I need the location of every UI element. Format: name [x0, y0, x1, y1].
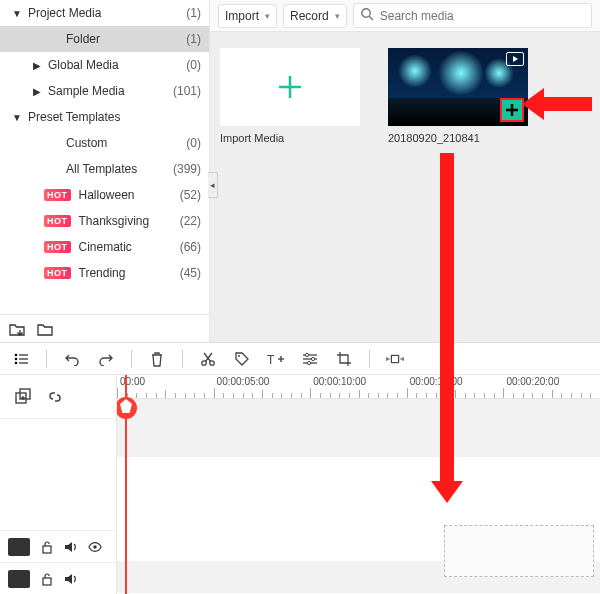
ruler-minor-tick: [262, 390, 263, 398]
chevron-down-icon[interactable]: ▼: [10, 112, 24, 123]
lock-icon[interactable]: [40, 540, 54, 554]
tree-item[interactable]: ▼Project Media(1): [0, 0, 209, 26]
link-icon[interactable]: [46, 388, 64, 406]
duplicate-icon[interactable]: [14, 388, 32, 406]
search-input[interactable]: [380, 9, 585, 23]
mute-icon[interactable]: [64, 540, 78, 554]
track-headers: ▶1 ♫1: [0, 375, 117, 594]
tree-item[interactable]: HOTCinematic(66): [0, 234, 209, 260]
tag-icon[interactable]: [233, 350, 251, 368]
ruler-minor-tick: [436, 393, 437, 398]
track-area[interactable]: 00:0000:00:05:0000:00:10:0000:00:15:0000…: [117, 375, 600, 594]
undo-icon[interactable]: [63, 350, 81, 368]
import-dropdown[interactable]: Import ▾: [218, 4, 277, 28]
media-clip-tile[interactable]: 20180920_210841: [388, 48, 528, 144]
split-icon[interactable]: [199, 350, 217, 368]
ruler-major-tick: [310, 388, 311, 398]
tree-item[interactable]: Folder(1): [0, 26, 209, 52]
ruler-minor-tick: [156, 393, 157, 398]
ruler-major-tick: [407, 388, 408, 398]
ruler-minor-tick: [532, 393, 533, 398]
tree-item-label: Trending: [75, 266, 180, 280]
chevron-right-icon[interactable]: ▶: [30, 86, 44, 97]
import-media-caption: Import Media: [220, 132, 360, 144]
tree-item[interactable]: All Templates(399): [0, 156, 209, 182]
ruler-minor-tick: [281, 393, 282, 398]
ruler-minor-tick: [494, 393, 495, 398]
svg-point-22: [311, 357, 314, 360]
adjust-icon[interactable]: [301, 350, 319, 368]
delete-icon[interactable]: [148, 350, 166, 368]
import-media-tile[interactable]: Import Media: [220, 48, 360, 144]
playhead[interactable]: [125, 375, 127, 594]
chevron-right-icon[interactable]: ▶: [30, 60, 44, 71]
timeline-spacer: [117, 399, 600, 457]
ruler-minor-tick: [368, 393, 369, 398]
drop-target-ghost: [444, 525, 594, 577]
ruler-minor-tick: [513, 393, 514, 398]
sidebar-footer: [0, 314, 209, 342]
svg-point-0: [362, 9, 370, 17]
ruler-minor-tick: [272, 393, 273, 398]
tree-item[interactable]: Custom(0): [0, 130, 209, 156]
menu-icon[interactable]: [12, 350, 30, 368]
ruler-minor-tick: [291, 393, 292, 398]
new-folder-icon[interactable]: [36, 320, 54, 338]
scale-icon[interactable]: [386, 350, 404, 368]
audio-track-head[interactable]: ♫1: [0, 562, 116, 594]
ruler-minor-tick: [426, 393, 427, 398]
import-media-box[interactable]: [220, 48, 360, 126]
annotation-arrow-drag: [440, 153, 454, 481]
lock-icon[interactable]: [40, 572, 54, 586]
hot-badge: HOT: [44, 215, 71, 227]
tree-item-count: (1): [186, 32, 201, 46]
ruler-label: 00:00:10:00: [313, 376, 366, 387]
crop-icon[interactable]: [335, 350, 353, 368]
text-icon[interactable]: T: [267, 350, 285, 368]
tree-item[interactable]: ▶Sample Media(101): [0, 78, 209, 104]
visibility-icon[interactable]: [88, 540, 102, 554]
ruler-minor-tick: [204, 393, 205, 398]
media-clip-thumbnail[interactable]: [388, 48, 528, 126]
ruler-minor-tick: [185, 393, 186, 398]
tree-item-label: Folder: [62, 32, 186, 46]
ruler-minor-tick: [320, 393, 321, 398]
chevron-down-icon[interactable]: ▼: [10, 8, 24, 19]
tree-item-count: (0): [186, 58, 201, 72]
svg-text:T: T: [267, 353, 275, 367]
ruler-minor-tick: [571, 393, 572, 398]
tree-item-label: All Templates: [62, 162, 173, 176]
mute-icon[interactable]: [64, 572, 78, 586]
record-label: Record: [290, 9, 329, 23]
ruler-minor-tick: [233, 393, 234, 398]
video-track-head[interactable]: ▶1: [0, 530, 116, 562]
collapse-sidebar-handle[interactable]: ◂: [208, 172, 218, 198]
ruler-label: 00:00:20:00: [506, 376, 559, 387]
import-label: Import: [225, 9, 259, 23]
tree-item[interactable]: HOTTrending(45): [0, 260, 209, 286]
tree-item-count: (399): [173, 162, 201, 176]
svg-point-6: [15, 353, 18, 356]
import-folder-icon[interactable]: [8, 320, 26, 338]
tree-item[interactable]: HOTHalloween(52): [0, 182, 209, 208]
record-dropdown[interactable]: Record ▾: [283, 4, 347, 28]
ruler-minor-tick: [349, 393, 350, 398]
redo-icon[interactable]: [97, 350, 115, 368]
tree-item[interactable]: ▶Global Media(0): [0, 52, 209, 78]
timeline-canvas[interactable]: [117, 457, 600, 529]
time-ruler[interactable]: 00:0000:00:05:0000:00:10:0000:00:15:0000…: [117, 375, 600, 399]
ruler-major-tick: [503, 388, 504, 398]
svg-point-14: [238, 355, 240, 357]
tree-item-count: (66): [180, 240, 201, 254]
ruler-minor-tick: [484, 393, 485, 398]
tree-item[interactable]: ▼Preset Templates: [0, 104, 209, 130]
tree-item-label: Custom: [62, 136, 186, 150]
ruler-minor-tick: [359, 390, 360, 398]
ruler-minor-tick: [523, 393, 524, 398]
tree-item[interactable]: HOTThanksgiving(22): [0, 208, 209, 234]
tree-item-label: Sample Media: [44, 84, 173, 98]
search-box[interactable]: [353, 3, 592, 28]
audio-track-badge: ♫1: [8, 570, 30, 588]
ruler-minor-tick: [378, 393, 379, 398]
add-to-timeline-button[interactable]: [500, 98, 524, 122]
